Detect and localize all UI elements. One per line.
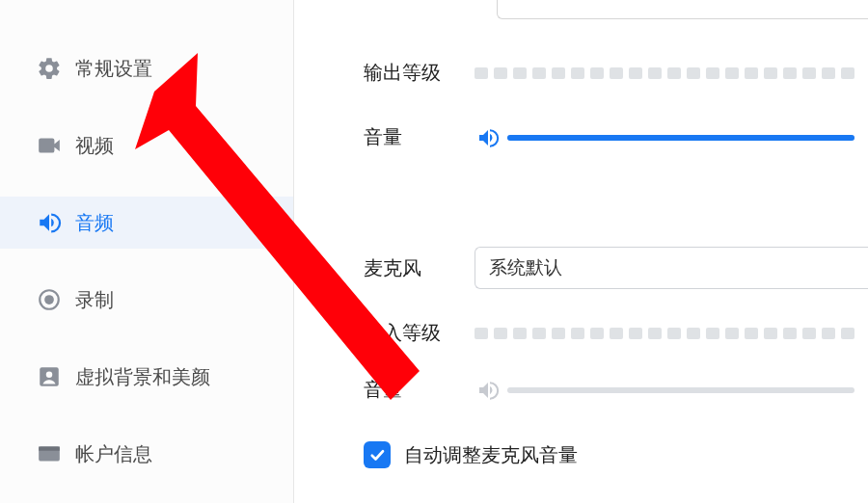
speaker-icon xyxy=(37,210,62,235)
gear-icon xyxy=(37,56,62,81)
input-level-row: 输入等级 xyxy=(294,320,868,346)
output-volume-row: 音量 xyxy=(294,124,868,150)
input-level-meter xyxy=(475,328,860,339)
camera-icon xyxy=(37,133,62,158)
sidebar-item-account[interactable]: 帐户信息 xyxy=(0,428,293,480)
sidebar-item-label: 音频 xyxy=(75,210,114,236)
sidebar-item-label: 虚拟背景和美颜 xyxy=(75,364,210,390)
svg-point-1 xyxy=(44,295,54,304)
sidebar-item-label: 录制 xyxy=(75,287,114,313)
volume-icon xyxy=(475,126,502,149)
sidebar-item-general[interactable]: 常规设置 xyxy=(0,42,293,94)
sidebar-item-label: 常规设置 xyxy=(75,56,152,82)
svg-point-3 xyxy=(46,372,53,379)
sidebar-item-video[interactable]: 视频 xyxy=(0,119,293,172)
volume-muted-icon xyxy=(475,379,502,402)
microphone-device-select[interactable]: 系统默认 xyxy=(475,247,868,289)
output-level-meter xyxy=(475,67,860,79)
idcard-icon xyxy=(37,441,62,466)
input-volume-label: 音量 xyxy=(364,377,475,403)
settings-window: 设置 常规设置 视频 音频 录制 xyxy=(0,0,868,503)
input-volume-slider[interactable] xyxy=(507,387,854,393)
microphone-device-row: 麦克风 系统默认 xyxy=(294,247,868,289)
record-icon xyxy=(37,287,62,312)
output-level-label: 输出等级 xyxy=(364,60,475,86)
settings-sidebar: 常规设置 视频 音频 录制 虚拟背景和美颜 xyxy=(0,0,294,503)
sidebar-item-label: 视频 xyxy=(75,133,114,159)
sidebar-item-virtual-background[interactable]: 虚拟背景和美颜 xyxy=(0,351,293,403)
output-level-row: 输出等级 xyxy=(294,60,868,86)
sidebar-item-label: 帐户信息 xyxy=(75,441,152,467)
auto-adjust-mic-row: 自动调整麦克风音量 xyxy=(294,441,868,468)
portrait-icon xyxy=(37,364,62,389)
audio-settings-panel: 输出等级 音量 麦克风 xyxy=(294,0,868,503)
svg-rect-5 xyxy=(39,446,60,450)
auto-adjust-mic-label: 自动调整麦克风音量 xyxy=(404,442,578,468)
auto-adjust-mic-checkbox[interactable] xyxy=(364,441,391,468)
output-volume-slider[interactable] xyxy=(507,135,854,141)
microphone-selected-value: 系统默认 xyxy=(489,255,562,280)
sidebar-item-record[interactable]: 录制 xyxy=(0,274,293,326)
sidebar-item-audio[interactable]: 音频 xyxy=(0,197,293,249)
microphone-label: 麦克风 xyxy=(364,255,475,281)
output-volume-label: 音量 xyxy=(364,124,475,150)
input-volume-row: 音量 xyxy=(294,377,868,403)
input-level-label: 输入等级 xyxy=(364,320,475,346)
